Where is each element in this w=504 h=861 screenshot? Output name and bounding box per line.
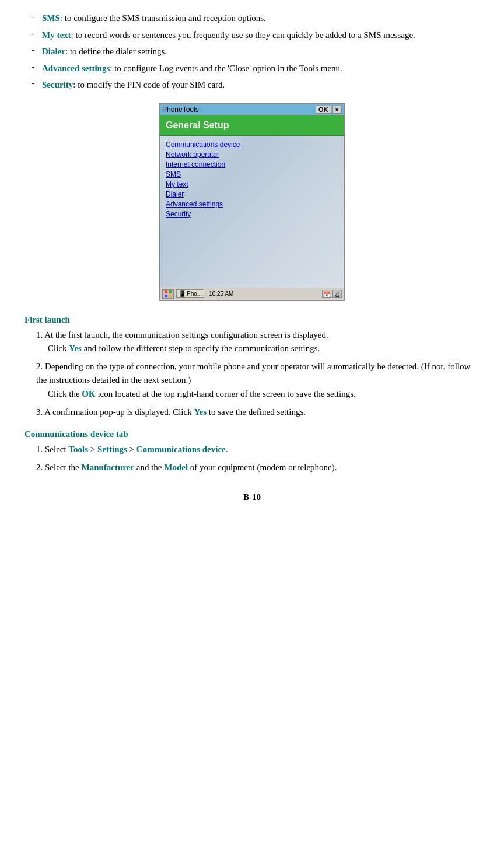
bullet-dash: - <box>24 62 42 72</box>
svg-rect-3 <box>169 295 172 298</box>
phone-menu-security[interactable]: Security <box>166 210 338 218</box>
numbered-item-2: 2. Depending on the type of connection, … <box>36 360 480 401</box>
phone-close-button[interactable]: × <box>332 106 342 114</box>
bullet-text: Dialer: to define the dialer settings. <box>42 45 480 58</box>
phone-titlebar: PhoneTools OK × <box>160 104 344 116</box>
keyword-manufacturer: Manufacturer <box>81 463 134 472</box>
bullet-text: Advanced settings: to configure Log even… <box>42 62 480 75</box>
taskbar-time: 10:25 AM <box>209 290 233 297</box>
bullet-rest: : to record words or sentences you frequ… <box>71 30 415 40</box>
taskbar-icons-right: 📅 🖨 <box>322 290 342 298</box>
list-item: - Security: to modify the PIN code of yo… <box>24 78 480 92</box>
bullet-rest: : to modify the PIN code of your SIM car… <box>73 80 225 89</box>
keyword-advanced-settings: Advanced settings <box>42 64 110 73</box>
phone-taskbar: 📱 Pho... 10:25 AM 📅 🖨 <box>160 288 344 300</box>
phone-titlebar-buttons: OK × <box>316 106 342 114</box>
comm-numbered-item-1: 1. Select Tools > Settings > Communicati… <box>36 443 480 456</box>
keyword-ok: OK <box>82 389 95 398</box>
svg-rect-2 <box>164 295 167 298</box>
phone-app-header: General Setup <box>160 116 344 136</box>
phone-menu-internet-connection[interactable]: Internet connection <box>166 160 338 169</box>
taskbar-start-button[interactable] <box>162 289 174 299</box>
item-text: 3. A confirmation pop-up is displayed. C… <box>36 407 306 416</box>
list-item: - My text: to record words or sentences … <box>24 29 480 42</box>
bullet-dash: - <box>24 29 42 38</box>
numbered-item-1: 1. At the first launch, the communicatio… <box>36 328 480 356</box>
taskbar-app-pho[interactable]: 📱 Pho... <box>176 289 204 298</box>
phone-ok-button[interactable]: OK <box>316 106 331 114</box>
keyword-yes-3: Yes <box>194 407 206 416</box>
page-content: - SMS: to configure the SMS transmission… <box>24 12 480 502</box>
item-num: 2. Depending on the type of connection, … <box>36 362 470 384</box>
keyword-security: Security <box>42 80 73 89</box>
bullet-dash: - <box>24 12 42 22</box>
phone-menu-dialer[interactable]: Dialer <box>166 190 338 198</box>
keyword-dialer: Dialer <box>42 47 65 56</box>
screenshot-container: PhoneTools OK × General Setup Communicat… <box>24 103 480 301</box>
list-item: - Dialer: to define the dialer settings. <box>24 45 480 58</box>
keyword-settings: Settings <box>97 444 127 454</box>
taskbar-icon-1: 📅 <box>322 290 331 298</box>
phone-screenshot: PhoneTools OK × General Setup Communicat… <box>159 103 345 301</box>
keyword-model: Model <box>164 463 188 472</box>
item-indent: Click Yes and follow the different step … <box>48 342 480 355</box>
keyword-tools: Tools <box>68 444 88 454</box>
taskbar-app-label: Pho... <box>187 290 202 297</box>
bullet-text: SMS: to configure the SMS transmission a… <box>42 12 480 25</box>
list-item: - Advanced settings: to configure Log ev… <box>24 62 480 75</box>
svg-rect-1 <box>169 290 172 293</box>
keyword-yes-1: Yes <box>69 344 82 353</box>
keyword-communications-device: Communications device <box>136 444 226 454</box>
taskbar-app-icon: 📱 <box>178 290 186 297</box>
phone-menu-sms[interactable]: SMS <box>166 170 338 178</box>
comm-numbered-item-2: 2. Select the Manufacturer and the Model… <box>36 461 480 474</box>
phone-titlebar-text: PhoneTools <box>162 106 199 114</box>
page-footer: B-10 <box>24 492 480 502</box>
bullet-rest: : to configure the SMS transmission and … <box>60 13 266 23</box>
keyword-sms: SMS <box>42 13 60 23</box>
first-launch-heading: First launch <box>24 315 480 325</box>
keyword-mytext: My text <box>42 30 71 40</box>
list-item: - SMS: to configure the SMS transmission… <box>24 12 480 25</box>
item-text: 2. Select the Manufacturer and the Model… <box>36 463 337 472</box>
numbered-item-3: 3. A confirmation pop-up is displayed. C… <box>36 405 480 419</box>
svg-rect-0 <box>164 290 167 293</box>
taskbar-icon-2: 🖨 <box>332 290 342 298</box>
bullet-text: Security: to modify the PIN code of your… <box>42 78 480 92</box>
item-num: 1. At the first launch, the communicatio… <box>36 330 328 340</box>
phone-menu-advanced-settings[interactable]: Advanced settings <box>166 200 338 208</box>
comm-device-tab-heading: Communications device tab <box>24 429 480 439</box>
bullet-dash: - <box>24 78 42 88</box>
bullet-dash: - <box>24 45 42 55</box>
page-number: B-10 <box>243 492 261 502</box>
bullet-rest: : to configure Log events and the 'Close… <box>110 64 342 73</box>
phone-menu-network-operator[interactable]: Network operator <box>166 150 338 159</box>
item-indent: Click the OK icon located at the top rig… <box>48 387 480 401</box>
windows-flag-icon <box>164 290 172 298</box>
bullet-text: My text: to record words or sentences yo… <box>42 29 480 42</box>
item-text: 1. Select Tools > Settings > Communicati… <box>36 444 228 454</box>
phone-body: Communications device Network operator I… <box>160 136 344 288</box>
phone-menu-my-text[interactable]: My text <box>166 180 338 188</box>
bullet-rest: : to define the dialer settings. <box>65 47 167 56</box>
phone-menu-communications-device[interactable]: Communications device <box>166 141 338 149</box>
bullet-list: - SMS: to configure the SMS transmission… <box>24 12 480 92</box>
